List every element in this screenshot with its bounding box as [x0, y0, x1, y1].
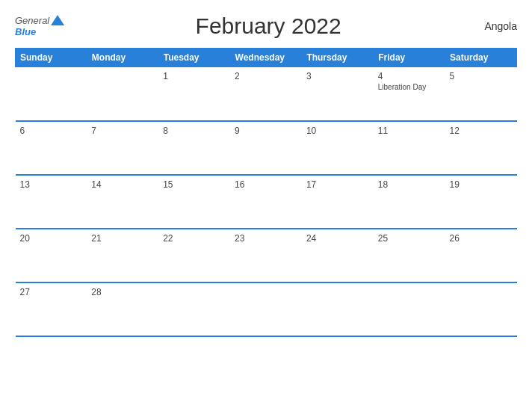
- day-cell: 5: [445, 67, 517, 121]
- day-cell: 23: [230, 229, 302, 282]
- week-row-4: 20 21 22 23 24 25 26: [16, 229, 517, 282]
- day-cell: 26: [445, 229, 517, 282]
- calendar-page: General Blue February 2022 Angola Sunday…: [0, 0, 532, 411]
- day-cell: [16, 67, 87, 121]
- week-row-5: 27 28: [16, 282, 517, 336]
- day-cell: 14: [87, 175, 158, 229]
- week-row-2: 6 7 8 9 10 11 12: [16, 121, 517, 175]
- day-cell: 10: [302, 121, 374, 175]
- day-cell: 24: [302, 229, 374, 282]
- day-cell: 28: [87, 282, 158, 336]
- weekday-sunday: Sunday: [16, 49, 87, 67]
- logo: General Blue: [15, 15, 64, 37]
- weekday-saturday: Saturday: [445, 49, 517, 67]
- day-cell: 3: [302, 67, 374, 121]
- calendar-table: Sunday Monday Tuesday Wednesday Thursday…: [15, 48, 517, 337]
- day-cell: [302, 282, 374, 336]
- day-cell: 13: [16, 175, 87, 229]
- day-cell: [87, 67, 158, 121]
- logo-triangle-icon: [51, 15, 64, 25]
- calendar-title: February 2022: [64, 13, 472, 39]
- day-cell: 22: [158, 229, 230, 282]
- day-cell: 6: [16, 121, 87, 175]
- calendar-header: General Blue February 2022 Angola: [15, 13, 517, 39]
- day-cell: 16: [230, 175, 302, 229]
- weekday-tuesday: Tuesday: [158, 49, 230, 67]
- logo-general-text: General: [15, 16, 49, 26]
- day-cell: 11: [374, 121, 445, 175]
- day-cell: [374, 282, 445, 336]
- day-cell: 17: [302, 175, 374, 229]
- holiday-liberation-day: Liberation Day: [378, 83, 441, 91]
- weekday-thursday: Thursday: [302, 49, 374, 67]
- day-cell: [445, 282, 517, 336]
- day-cell: 21: [87, 229, 158, 282]
- weekday-wednesday: Wednesday: [230, 49, 302, 67]
- weekday-header-row: Sunday Monday Tuesday Wednesday Thursday…: [16, 49, 517, 67]
- day-cell: [230, 282, 302, 336]
- week-row-1: 1 2 3 4 Liberation Day 5: [16, 67, 517, 121]
- day-cell: [158, 282, 230, 336]
- day-cell: 7: [87, 121, 158, 175]
- day-cell: 8: [158, 121, 230, 175]
- day-cell: 15: [158, 175, 230, 229]
- logo-blue-text: Blue: [15, 27, 36, 37]
- day-cell: 18: [374, 175, 445, 229]
- day-cell: 25: [374, 229, 445, 282]
- day-cell: 20: [16, 229, 87, 282]
- day-cell: 19: [445, 175, 517, 229]
- day-cell: 27: [16, 282, 87, 336]
- week-row-3: 13 14 15 16 17 18 19: [16, 175, 517, 229]
- weekday-friday: Friday: [374, 49, 445, 67]
- day-cell: 12: [445, 121, 517, 175]
- day-cell-4: 4 Liberation Day: [374, 67, 445, 121]
- country-label: Angola: [472, 20, 517, 32]
- weekday-monday: Monday: [87, 49, 158, 67]
- day-cell: 1: [158, 67, 230, 121]
- day-cell: 9: [230, 121, 302, 175]
- day-cell: 2: [230, 67, 302, 121]
